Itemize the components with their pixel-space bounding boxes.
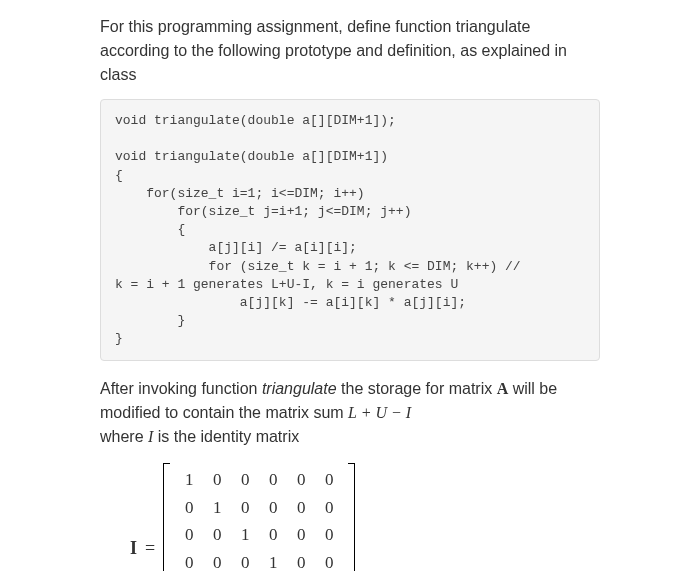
- matrix-sum: L + U − I: [348, 404, 411, 421]
- matrix-equation: I = 100000010000001000000100000010000001: [100, 463, 600, 571]
- after-paragraph: After invoking function triangulate the …: [100, 377, 600, 449]
- matrix-cell: 0: [231, 550, 259, 571]
- matrix-A: A: [497, 380, 509, 397]
- matrix-cell: 0: [175, 495, 203, 521]
- matrix-cell: 0: [287, 550, 315, 571]
- matrix-cell: 0: [315, 495, 343, 521]
- matrix-body: 100000010000001000000100000010000001: [163, 463, 355, 571]
- matrix-cell: 0: [287, 495, 315, 521]
- matrix-cell: 0: [287, 467, 315, 493]
- matrix-cell: 0: [287, 522, 315, 548]
- intro-paragraph: For this programming assignment, define …: [100, 15, 600, 87]
- matrix-cell: 0: [259, 467, 287, 493]
- matrix-grid: 100000010000001000000100000010000001: [171, 463, 347, 571]
- matrix-cell: 0: [315, 550, 343, 571]
- matrix-cell: 0: [175, 550, 203, 571]
- code-block: void triangulate(double a[][DIM+1]); voi…: [100, 99, 600, 361]
- matrix-cell: 1: [175, 467, 203, 493]
- matrix-cell: 0: [315, 522, 343, 548]
- matrix-cell: 0: [231, 495, 259, 521]
- matrix-cell: 0: [175, 522, 203, 548]
- after-text-2: the storage for matrix: [337, 380, 497, 397]
- matrix-cell: 0: [203, 467, 231, 493]
- matrix-label: I: [130, 535, 137, 562]
- matrix-cell: 0: [315, 467, 343, 493]
- matrix-cell: 1: [259, 550, 287, 571]
- where-text-1: where: [100, 428, 148, 445]
- matrix-cell: 0: [259, 495, 287, 521]
- after-text-1: After invoking function: [100, 380, 262, 397]
- matrix-cell: 0: [203, 550, 231, 571]
- matrix-cell: 1: [203, 495, 231, 521]
- function-name: triangulate: [262, 380, 337, 397]
- matrix-cell: 0: [231, 467, 259, 493]
- matrix-equals: =: [145, 535, 155, 562]
- bracket-right: [347, 463, 355, 571]
- matrix-cell: 0: [259, 522, 287, 548]
- matrix-cell: 0: [203, 522, 231, 548]
- matrix-cell: 1: [231, 522, 259, 548]
- where-text-2: is the identity matrix: [153, 428, 299, 445]
- bracket-left: [163, 463, 171, 571]
